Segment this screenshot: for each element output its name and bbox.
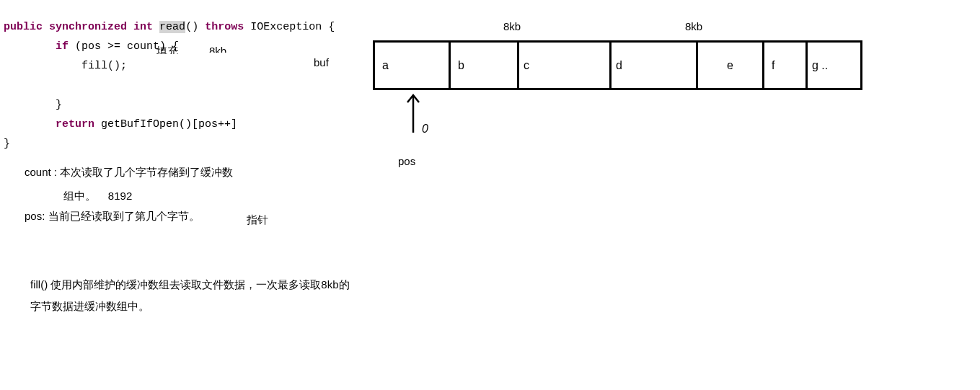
count-label: count : [25, 166, 57, 178]
buffer-cell: b [450, 42, 518, 89]
kw-synchronized: synchronized [49, 21, 127, 33]
buffer-cell: g .. [807, 42, 862, 89]
pos-description: pos: 当前已经读取到了第几个字节。 [25, 210, 200, 223]
buffer-cell: f [764, 42, 807, 89]
close-brace-if: } [4, 99, 62, 111]
buffer-array: a b c d e f g .. [373, 40, 862, 90]
return-expr: getBufIfOpen()[pos++] [94, 118, 244, 130]
fill-description: fill() 使用内部维护的缓冲数组去读取文件数据，一次最多读取8kb的 字节数… [30, 274, 350, 317]
kw-return: return [56, 118, 94, 130]
count-value: 8192 [108, 190, 132, 202]
fill-call: fill(); [4, 60, 127, 72]
kw-throws: throws [205, 21, 244, 33]
code-block: public synchronized int read() throws IO… [4, 17, 335, 154]
buffer-cell: e [697, 42, 764, 89]
buffer-cell: c [518, 42, 611, 89]
pos-pointer-label: pos [398, 155, 415, 167]
pos-label-text: pos: [25, 210, 45, 222]
kw-if: if [56, 40, 69, 53]
indent [4, 40, 56, 53]
buffer-cell: d [611, 42, 697, 89]
size-label-left: 8kb [503, 20, 521, 32]
count-text-2: 组中。 [63, 190, 96, 202]
indent2 [4, 118, 56, 130]
close-brace-method: } [4, 138, 10, 150]
exception-type: IOException { [250, 21, 335, 33]
count-text-1: 本次读取了几个字节存储到了缓冲数 [60, 166, 233, 178]
kw-int: int [133, 21, 153, 33]
pointer-annotation: 指针 [247, 213, 268, 227]
fill-text-1: fill() 使用内部维护的缓冲数组去读取文件数据，一次最多读取8kb的 [30, 278, 350, 291]
pos-text: 当前已经读取到了第几个字节。 [48, 210, 200, 222]
buf-label: buf [314, 56, 329, 68]
kw-public: public [4, 21, 43, 33]
buffer-cell: a [374, 42, 450, 89]
blank-line [4, 79, 10, 92]
size-label-right: 8kb [685, 20, 702, 32]
paren: () [185, 21, 198, 33]
index-zero-label: 0 [422, 123, 428, 136]
fill-text-2: 字节数据进缓冲数组中。 [30, 300, 149, 312]
count-description: count : 本次读取了几个字节存储到了缓冲数 组中。 8192 [25, 160, 233, 208]
method-name: read [159, 21, 185, 33]
